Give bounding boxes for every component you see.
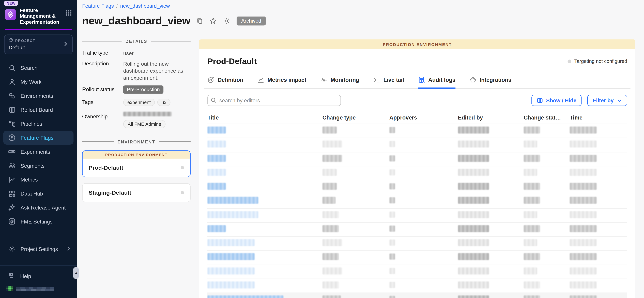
edited-by-redacted-value — [458, 169, 489, 176]
cell-edited-by — [458, 155, 524, 163]
tab-integrations[interactable]: Integrations — [470, 76, 512, 89]
status-badge: Archived — [237, 16, 266, 25]
tab-monitoring[interactable]: Monitoring — [320, 76, 359, 89]
show-hide-columns-button[interactable]: Show / Hide — [532, 95, 582, 106]
cell-change-status — [524, 239, 570, 248]
sidebar-item-pipelines[interactable]: Pipelines — [3, 117, 74, 131]
app-switcher-icon[interactable] — [66, 10, 72, 18]
title-redacted-value — [208, 141, 226, 148]
table-row[interactable] — [208, 152, 627, 166]
cell-change-status — [524, 197, 570, 206]
sidebar-footer: ? Help — [0, 266, 77, 298]
sidebar-item-feature-flags[interactable]: Feature Flags — [3, 131, 74, 145]
column-header-title[interactable]: Title — [208, 114, 322, 121]
breadcrumb-parent-link[interactable]: Feature Flags — [82, 3, 114, 9]
tab-audit-logs[interactable]: Audit logs — [418, 76, 456, 89]
sidebar-item-help[interactable]: ? Help — [0, 269, 77, 283]
cell-edited-by — [458, 169, 524, 178]
sidebar-item-metrics[interactable]: Metrics — [3, 172, 74, 186]
user-account[interactable] — [0, 283, 77, 294]
cell-change-status — [524, 141, 570, 149]
change-type-redacted-value — [322, 239, 342, 246]
column-header-change-type[interactable]: Change type — [322, 114, 389, 121]
environment-name: Staging-Default — [89, 189, 131, 196]
sidebar-item-label: My Work — [20, 79, 42, 85]
edited-by-redacted-value — [458, 267, 489, 274]
sidebar-item-ask-release-agent[interactable]: Ask Release Agent — [3, 200, 74, 214]
approvers-redacted-value — [390, 296, 395, 298]
copy-icon[interactable] — [196, 17, 204, 24]
column-header-approvers[interactable]: Approvers — [390, 114, 458, 121]
flag-settings-gear-icon[interactable] — [223, 17, 230, 24]
table-row[interactable] — [208, 194, 627, 208]
sidebar-item-segments[interactable]: Segments — [3, 158, 74, 172]
environment-panel-header: Prod-Default Targeting not configured — [204, 57, 630, 66]
sidebar-item-label: Metrics — [20, 177, 38, 183]
breadcrumb-current-link[interactable]: new_dashboard_view — [120, 3, 170, 9]
tab-live-tail[interactable]: Live tail — [373, 76, 404, 89]
tab-metrics-impact[interactable]: Metrics impact — [257, 76, 306, 89]
column-header-edited-by[interactable]: Edited by — [458, 114, 524, 121]
change-status-redacted-value — [524, 225, 540, 232]
sidebar-item-my-work[interactable]: My Work — [3, 75, 74, 89]
table-row[interactable] — [208, 180, 627, 194]
column-header-time[interactable]: Time — [570, 114, 627, 121]
sidebar-item-experiments[interactable]: Experiments — [3, 145, 74, 159]
change-type-redacted-value — [322, 126, 337, 134]
sidebar-item-fme-settings[interactable]: FME Settings — [3, 214, 74, 228]
title-redacted-value — [208, 126, 226, 134]
cell-title — [208, 296, 322, 298]
cell-approvers — [390, 296, 458, 298]
table-row[interactable] — [208, 223, 627, 237]
table-row[interactable] — [208, 237, 627, 251]
cell-edited-by — [458, 239, 524, 248]
cell-title — [208, 126, 322, 135]
tab-label: Metrics impact — [268, 77, 306, 83]
cell-title — [208, 211, 322, 220]
detail-value: Rolling out the new dashboard experience… — [123, 60, 188, 82]
cell-title — [208, 155, 322, 163]
environment-card-prod[interactable]: PRODUCTION ENVIRONMENT Prod-Default — [82, 150, 191, 177]
cell-time — [570, 183, 627, 192]
table-row[interactable] — [208, 265, 627, 279]
cell-title — [208, 253, 322, 262]
tag-pill: ux — [157, 98, 170, 106]
svg-text:?: ? — [10, 274, 12, 276]
tab-definition[interactable]: Definition — [208, 76, 243, 89]
targeting-status-label: Targeting not configured — [574, 58, 627, 64]
filter-by-button[interactable]: Filter by — [588, 95, 627, 106]
table-row[interactable] — [208, 293, 627, 298]
favorite-star-icon[interactable] — [210, 17, 217, 24]
table-row[interactable] — [208, 251, 627, 265]
table-row[interactable] — [208, 279, 627, 293]
title-redacted-value — [208, 239, 254, 246]
details-title: DETAILS — [125, 38, 147, 44]
edited-by-redacted-value — [458, 126, 489, 134]
time-redacted-value — [570, 169, 597, 176]
search-input[interactable] — [208, 95, 341, 106]
sidebar-item-environments[interactable]: Environments — [3, 89, 74, 103]
tab-label: Live tail — [383, 77, 404, 83]
environment-card-staging[interactable]: Staging-Default — [82, 183, 191, 202]
column-header-change-stat[interactable]: Change stat… — [524, 114, 570, 121]
approvers-redacted-value — [390, 127, 395, 133]
project-selector[interactable]: PROJECT Default — [4, 34, 72, 54]
table-row[interactable] — [208, 208, 627, 222]
sidebar-collapse-button[interactable]: ◀ — [73, 267, 79, 279]
approvers-redacted-value — [390, 254, 395, 260]
table-row[interactable] — [208, 124, 627, 138]
sidebar-item-data-hub[interactable]: Data Hub — [3, 186, 74, 200]
sidebar-item-rollout-board[interactable]: Rollout Board — [3, 103, 74, 117]
cell-time — [570, 239, 627, 248]
cell-approvers — [390, 141, 458, 149]
sidebar-item-project-settings[interactable]: Project Settings — [0, 242, 77, 256]
approvers-redacted-value — [390, 211, 395, 218]
table-row[interactable] — [208, 166, 627, 180]
detail-row-rollout-status: Rollout status Pre-Production — [82, 85, 191, 94]
approvers-redacted-value — [390, 141, 395, 147]
sidebar-item-search[interactable]: Search — [3, 61, 74, 75]
approvers-redacted-value — [390, 268, 395, 274]
toolbar-buttons: Show / Hide Filter by — [532, 95, 627, 106]
table-row[interactable] — [208, 138, 627, 152]
title-redacted-value — [208, 296, 284, 298]
